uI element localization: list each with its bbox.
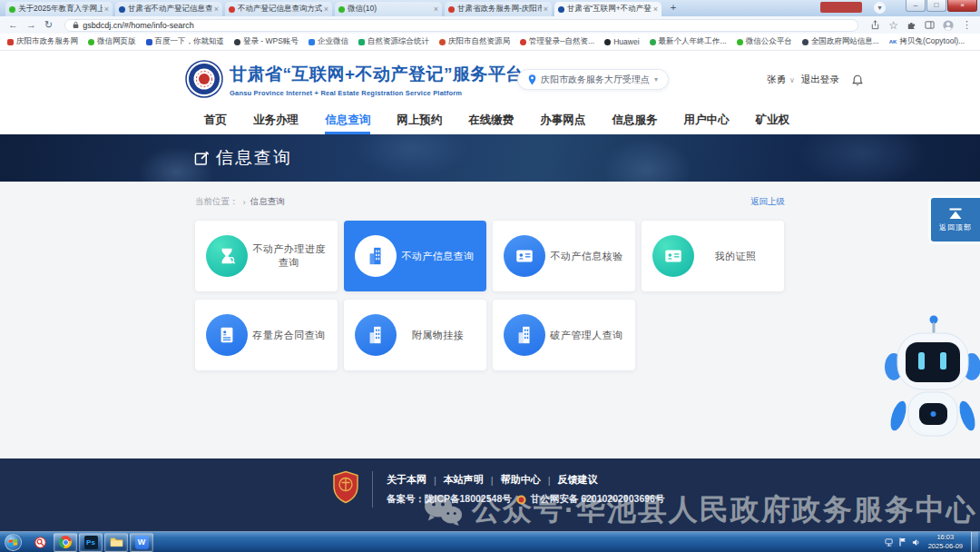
bookmark-label: 全国政府网站信息... — [811, 36, 879, 47]
tab-overflow-chevron-icon[interactable]: ▾ — [874, 2, 886, 14]
browser-tab[interactable]: 不动产登记信息查询方式及自助...× — [225, 2, 332, 16]
tab-close-icon[interactable]: × — [544, 5, 548, 14]
taskbar-explorer-button[interactable] — [104, 533, 128, 552]
tab-title: 甘肃省不动产登记信息查询_自... — [128, 4, 212, 15]
back-icon[interactable]: ← — [8, 20, 18, 30]
breadcrumb: 当前位置： › 信息查询 — [195, 196, 285, 208]
window-maximize-button[interactable]: □ — [926, 0, 946, 12]
bookmark-favicon — [604, 39, 611, 45]
tab-close-icon[interactable]: × — [214, 5, 219, 14]
browser-tab[interactable]: 甘肃省不动产登记信息查询_自...× — [115, 2, 222, 16]
breadcrumb-separator-icon: › — [243, 197, 246, 207]
card-bankruptcy-admin-query[interactable]: 破产管理人查询 — [493, 300, 635, 370]
back-to-top-label: 返回顶部 — [939, 222, 972, 232]
card-label: 不动产信息查询 — [397, 250, 479, 263]
nav-item-business[interactable]: 业务办理 — [253, 106, 299, 134]
footer-separator: | — [434, 475, 436, 486]
bookmark-item[interactable]: 微信网页版 — [88, 36, 136, 47]
service-point-selector[interactable]: 庆阳市政务服务大厅受理点 ▾ — [517, 69, 669, 90]
nav-item-online-payment[interactable]: 在线缴费 — [468, 106, 514, 134]
volume-icon[interactable] — [912, 538, 920, 547]
nav-item-service-outlets[interactable]: 办事网点 — [540, 106, 585, 134]
taskbar-wps-button[interactable]: W — [130, 533, 153, 552]
footer-link-statement[interactable]: 本站声明 — [444, 473, 484, 487]
forward-icon[interactable]: → — [26, 20, 36, 30]
footer-link-help[interactable]: 帮助中心 — [501, 473, 541, 487]
tab-close-icon[interactable]: × — [434, 5, 438, 14]
start-button[interactable] — [5, 534, 22, 551]
bookmark-item[interactable]: 全国政府网站信息... — [802, 36, 879, 47]
icp-number[interactable]: 备案号：陇ICP备18002548号 — [387, 493, 512, 506]
tab-close-icon[interactable]: × — [324, 5, 328, 14]
bookmark-item[interactable]: 庆阳市自然资源局 — [439, 36, 510, 47]
browser-menu-icon[interactable]: ⋮ — [962, 20, 972, 30]
bookmark-item[interactable]: 微信公众平台 — [737, 36, 792, 47]
bookmark-item[interactable]: 企业微信 — [309, 36, 348, 47]
card-info-verification[interactable]: 不动产信息核验 — [493, 221, 635, 291]
card-progress-query[interactable]: 不动产办理进度查询 — [195, 221, 338, 291]
compose-icon — [194, 151, 210, 166]
browser-tab-active[interactable]: 甘肃省“互联网+不动产登记”...× — [554, 2, 662, 16]
bookmark-item[interactable]: 登录 - WPS账号 — [234, 36, 299, 47]
card-contract-query[interactable]: 存量房合同查询 — [195, 300, 338, 370]
action-center-flag-icon[interactable] — [899, 537, 906, 547]
logout-link[interactable]: 退出登录 — [801, 74, 839, 86]
address-bar[interactable]: gsbdcdj.cn/#/home/info-search — [64, 19, 858, 32]
back-to-top-button[interactable]: 返回顶部 — [931, 198, 980, 242]
recording-indicator — [820, 2, 862, 13]
bookmark-item[interactable]: AK拷贝兔(Copytool)... — [889, 36, 965, 47]
bookmark-item[interactable]: 管理登录--自然资... — [520, 36, 594, 47]
bookmark-item[interactable]: 庆阳市政务服务网 — [7, 36, 78, 47]
card-my-certificates[interactable]: 我的证照 — [642, 221, 784, 291]
footer-link-feedback[interactable]: 反馈建议 — [558, 473, 598, 487]
user-chevron-icon[interactable]: ∨ — [789, 76, 795, 84]
nav-item-info-service[interactable]: 信息服务 — [612, 106, 657, 134]
taskbar-clock[interactable]: 16:03 2025-06-09 — [928, 533, 963, 551]
side-panel-icon[interactable] — [925, 20, 935, 30]
back-to-parent-link[interactable]: 返回上级 — [750, 196, 785, 208]
window-close-button[interactable]: × — [947, 0, 977, 12]
bookmark-item[interactable]: Huawei — [604, 37, 639, 46]
bookmark-item[interactable]: 百度一下，你就知道 — [146, 36, 225, 47]
clock-time: 16:03 — [928, 533, 963, 542]
taskbar-tool-button[interactable] — [28, 533, 52, 552]
share-icon[interactable] — [870, 20, 880, 30]
police-badge-icon — [516, 495, 526, 505]
assistant-robot-mascot[interactable] — [882, 310, 980, 439]
card-attachment-linking[interactable]: 附属物挂接 — [344, 300, 486, 370]
extensions-icon[interactable] — [906, 20, 916, 30]
card-property-info-query[interactable]: 不动产信息查询 — [344, 221, 486, 291]
chevron-down-icon: ▾ — [654, 75, 658, 84]
bookmark-item[interactable]: 自然资源综合统计 — [358, 36, 429, 47]
psb-number[interactable]: 甘公网安备 62010202003696号 — [531, 493, 665, 506]
tab-favicon — [338, 6, 345, 13]
profile-avatar-icon[interactable] — [943, 20, 954, 31]
browser-tab[interactable]: 微信(10)× — [335, 2, 442, 16]
browser-tab[interactable]: 关于2025年教育入学网上查验...× — [5, 2, 113, 16]
nav-item-info-search[interactable]: 信息查询 — [325, 106, 370, 134]
footer-link-about[interactable]: 关于本网 — [387, 473, 426, 487]
window-minimize-button[interactable]: – — [906, 0, 926, 12]
show-desktop-button[interactable] — [971, 532, 978, 552]
bookmark-favicon — [7, 39, 14, 45]
bookmark-item[interactable]: 最新个人年终工作... — [650, 36, 727, 47]
new-tab-button[interactable]: + — [666, 2, 681, 15]
tab-title: 甘肃省“互联网+不动产登记”... — [567, 4, 652, 15]
tab-close-icon[interactable]: × — [104, 5, 109, 14]
browser-tab[interactable]: 甘肃省政务服务网-庆阳市× — [445, 2, 552, 16]
tab-close-icon[interactable]: × — [653, 5, 658, 14]
nav-item-home[interactable]: 首页 — [204, 106, 227, 134]
taskbar-photoshop-button[interactable]: Ps — [79, 533, 103, 552]
folder-icon — [110, 537, 123, 547]
tab-favicon — [229, 6, 235, 13]
user-name[interactable]: 张勇 — [767, 74, 786, 86]
bell-icon[interactable] — [852, 74, 863, 86]
nav-item-user-center[interactable]: 用户中心 — [683, 106, 729, 134]
nav-item-mining-rights[interactable]: 矿业权 — [756, 106, 790, 134]
nav-item-online-booking[interactable]: 网上预约 — [397, 106, 442, 134]
refresh-icon[interactable]: ↻ — [44, 20, 53, 30]
network-icon[interactable] — [885, 538, 894, 547]
bookmark-label: 最新个人年终工作... — [659, 36, 727, 47]
bookmark-star-icon[interactable]: ☆ — [888, 20, 898, 31]
taskbar-chrome-button[interactable] — [54, 533, 77, 552]
